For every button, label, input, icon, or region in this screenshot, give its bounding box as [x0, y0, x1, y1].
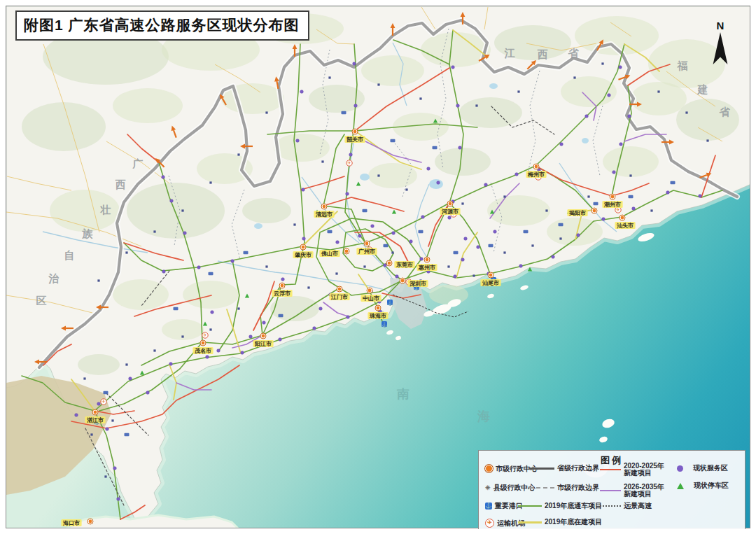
legend-service-area: 现状服务区: [677, 465, 728, 472]
svg-text:河源市: 河源市: [441, 208, 458, 215]
svg-text:南: 南: [396, 387, 410, 401]
svg-text:省: 省: [719, 106, 731, 118]
svg-text:茂名市: 茂名市: [194, 347, 211, 354]
svg-text:✈: ✈: [616, 207, 620, 212]
svg-text:揭阳市: 揭阳市: [568, 209, 586, 216]
airport-icon: ✈: [485, 519, 494, 528]
svg-text:潮州市: 潮州市: [603, 201, 621, 208]
svg-text:广: 广: [132, 157, 144, 169]
longterm-sample: [600, 505, 621, 507]
city-center-icon: [485, 465, 493, 472]
svg-text:惠州市: 惠州市: [418, 264, 435, 271]
svg-text:自: 自: [64, 249, 75, 261]
province-boundary-sample: [529, 468, 554, 470]
legend-province-boundary: 省级行政边界: [529, 465, 599, 472]
svg-text:云浮市: 云浮市: [274, 290, 290, 297]
svg-text:东莞市: 东莞市: [396, 261, 413, 268]
svg-text:西: 西: [115, 178, 126, 190]
figure-page: ⚓⚓⚓⚓⚓⚓✈✈✈✈✈✈✈✈韶关市清远市广州市佛山市肇庆市云浮市江门市中山市珠海…: [0, 0, 756, 534]
building-2019-sample: [518, 521, 542, 524]
svg-text:汕尾市: 汕尾市: [482, 279, 499, 286]
svg-text:海: 海: [477, 409, 490, 423]
new-2020-2025-sample: [600, 469, 621, 470]
svg-text:深圳市: 深圳市: [410, 280, 426, 287]
legend-city-boundary: 市级行政边界: [529, 484, 599, 491]
svg-text:海口市: 海口市: [62, 519, 80, 526]
svg-text:✈: ✈: [102, 399, 106, 404]
svg-text:西: 西: [538, 48, 548, 60]
svg-text:省: 省: [568, 47, 580, 59]
svg-text:✈: ✈: [347, 160, 351, 165]
compass: N: [709, 21, 732, 69]
svg-text:区: 区: [36, 295, 47, 307]
new-2026-2035-sample: [600, 490, 621, 491]
legend-longterm: 远景高速: [600, 503, 652, 510]
svg-text:广州市: 广州市: [358, 248, 375, 255]
svg-text:肇庆市: 肇庆市: [294, 251, 312, 258]
svg-text:佛山市: 佛山市: [321, 250, 338, 257]
legend-building-2019: 2019年底在建项目: [518, 519, 602, 526]
legend-county-center: ✳ 县级行政中心: [485, 484, 536, 491]
compass-n-label: N: [709, 21, 732, 31]
svg-text:✈: ✈: [203, 332, 207, 337]
parking-area-icon: [677, 483, 684, 489]
legend-port: ⚓ 重要港口: [485, 503, 523, 510]
svg-text:⚓: ⚓: [387, 300, 393, 306]
county-center-icon: ✳: [485, 485, 491, 491]
legend-parking-area: 现状停车区: [677, 482, 729, 489]
svg-text:中山市: 中山市: [363, 295, 379, 302]
legend-opened-2019: 2019年底通车项目: [518, 503, 602, 510]
legend-new-2026-2035: 2026-2035年 新建项目: [600, 484, 664, 498]
city-boundary-sample: [529, 487, 554, 489]
svg-text:梅州市: 梅州市: [527, 171, 545, 178]
legend-box: 图例 市级行政中心 ✳ 县级行政中心 ⚓ 重要港口 ✈ 运输机场 省级行政边界 …: [478, 450, 746, 529]
svg-text:治: 治: [48, 272, 59, 284]
port-icon: ⚓: [485, 503, 492, 510]
svg-text:江: 江: [504, 47, 515, 59]
svg-text:壮: 壮: [100, 204, 111, 216]
svg-text:阳江市: 阳江市: [255, 340, 272, 347]
opened-2019-sample: [518, 505, 542, 507]
svg-text:韶关市: 韶关市: [346, 136, 363, 143]
svg-text:福: 福: [677, 59, 688, 71]
svg-text:⚓: ⚓: [382, 321, 388, 328]
svg-text:湛江市: 湛江市: [86, 416, 104, 423]
svg-text:建: 建: [696, 83, 708, 95]
service-area-icon: [677, 465, 683, 472]
svg-text:汕头市: 汕头市: [616, 222, 634, 229]
svg-text:清远市: 清远市: [315, 211, 332, 218]
svg-text:江门市: 江门市: [330, 293, 348, 300]
map-title: 附图1 广东省高速公路服务区现状分布图: [15, 10, 309, 41]
legend-new-2020-2025: 2020-2025年 新建项目: [600, 463, 664, 477]
svg-text:族: 族: [82, 227, 94, 239]
north-arrow-icon: [711, 31, 729, 66]
svg-text:珠海市: 珠海市: [369, 312, 386, 319]
